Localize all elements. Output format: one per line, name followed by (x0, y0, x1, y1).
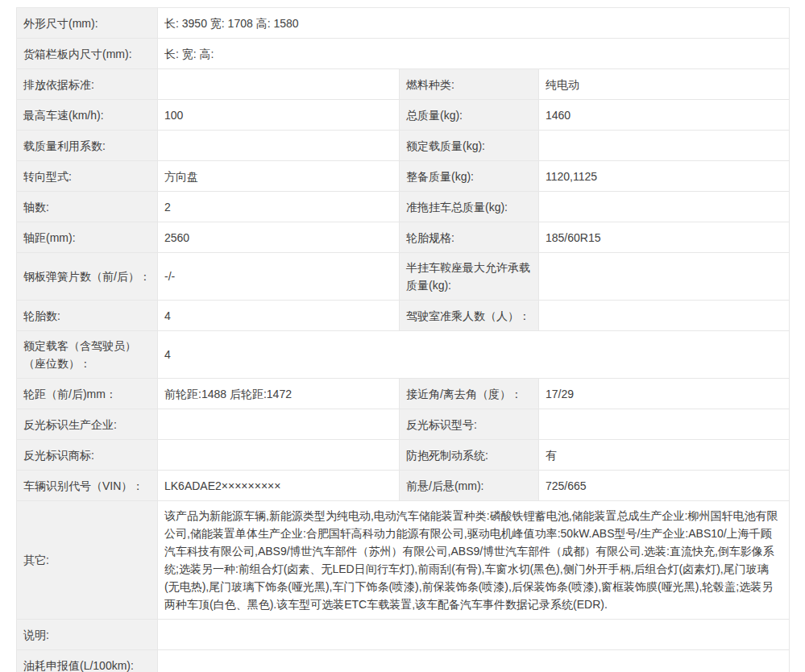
value-abs: 有 (539, 440, 790, 471)
label-mass-utilization-factor: 载质量利用系数: (17, 131, 158, 161)
label-cargo-box-inner-dimensions: 货箱栏板内尺寸(mm): (17, 39, 158, 69)
spec-row: 转向型式: 方向盘 整备质量(kg): 1120,1125 (17, 161, 790, 192)
value-tire-spec: 185/60R15 (539, 222, 790, 253)
spec-row: 最高车速(km/h): 100 总质量(kg): 1460 (17, 100, 790, 131)
spec-row: 轮距（前/后)mm： 前轮距:1488 后轮距:1472 接近角/离去角（度）：… (17, 379, 790, 409)
label-reflective-marking-manufacturer: 反光标识生产企业: (17, 409, 158, 440)
value-spring-leaf-count: -/- (158, 253, 400, 301)
value-rated-load-mass (539, 131, 790, 161)
value-track-width: 前轮距:1488 后轮距:1472 (158, 379, 400, 409)
label-steering-type: 转向型式: (17, 161, 158, 192)
spec-row: 钢板弹簧片数（前/后）： -/- 半挂车鞍座最大允许承载质量(kg): (17, 253, 790, 301)
value-fuel-type: 纯电动 (539, 69, 790, 100)
label-front-rear-overhang: 前悬/后悬(mm): (400, 471, 539, 501)
spec-row: 外形尺寸(mm): 长: 3950 宽: 1708 高: 1580 (17, 8, 790, 39)
value-vin: LK6ADAE2××××××××× (158, 471, 400, 501)
label-emission-standard: 排放依据标准: (17, 69, 158, 100)
value-reflective-marking-trademark (158, 440, 400, 471)
vehicle-spec-table: 外形尺寸(mm): 长: 3950 宽: 1708 高: 1580 货箱栏板内尺… (16, 7, 790, 672)
value-wheelbase: 2560 (158, 222, 400, 253)
vehicle-spec-page: 外形尺寸(mm): 长: 3950 宽: 1708 高: 1580 货箱栏板内尺… (0, 0, 805, 672)
spec-row: 反光标识商标: 防抱死制动系统: 有 (17, 440, 790, 471)
value-seating-capacity: 4 (158, 331, 790, 379)
label-saddle-max-load: 半挂车鞍座最大允许承载质量(kg): (400, 253, 539, 301)
label-axle-count: 轴数: (17, 192, 158, 222)
spec-row: 油耗申报值(L/100km): (17, 650, 790, 672)
label-reflective-marking-trademark: 反光标识商标: (17, 440, 158, 471)
label-spring-leaf-count: 钢板弹簧片数（前/后）： (17, 253, 158, 301)
value-fuel-consumption-declared (158, 650, 790, 672)
value-gross-mass: 1460 (539, 100, 790, 131)
label-overall-dimensions: 外形尺寸(mm): (17, 8, 158, 39)
spec-row: 车辆识别代号（VIN）： LK6ADAE2××××××××× 前悬/后悬(mm)… (17, 471, 790, 501)
label-gross-mass: 总质量(kg): (400, 100, 539, 131)
value-overall-dimensions: 长: 3950 宽: 1708 高: 1580 (158, 8, 790, 39)
label-fuel-consumption-declared: 油耗申报值(L/100km): (17, 650, 158, 672)
value-tire-count: 4 (158, 301, 400, 331)
label-fuel-type: 燃料种类: (400, 69, 539, 100)
label-rated-load-mass: 额定载质量(kg): (400, 131, 539, 161)
value-cargo-box-inner-dimensions: 长: 宽: 高: (158, 39, 790, 69)
value-approach-departure-angle: 17/29 (539, 379, 790, 409)
value-saddle-max-load (539, 253, 790, 301)
value-mass-utilization-factor (158, 131, 400, 161)
value-remarks (158, 620, 790, 650)
label-seating-capacity: 额定载客（含驾驶员）（座位数）： (17, 331, 158, 379)
label-cab-occupancy: 驾驶室准乘人数（人）： (400, 301, 539, 331)
value-axle-count: 2 (158, 192, 400, 222)
label-other: 其它: (17, 501, 158, 620)
label-max-speed: 最高车速(km/h): (17, 100, 158, 131)
spec-row: 轴数: 2 准拖挂车总质量(kg): (17, 192, 790, 222)
value-reflective-marking-model (539, 409, 790, 440)
label-tire-spec: 轮胎规格: (400, 222, 539, 253)
value-curb-mass: 1120,1125 (539, 161, 790, 192)
spec-row: 排放依据标准: 燃料种类: 纯电动 (17, 69, 790, 100)
value-steering-type: 方向盘 (158, 161, 400, 192)
label-reflective-marking-model: 反光标识型号: (400, 409, 539, 440)
label-tire-count: 轮胎数: (17, 301, 158, 331)
value-reflective-marking-manufacturer (158, 409, 400, 440)
label-curb-mass: 整备质量(kg): (400, 161, 539, 192)
value-front-rear-overhang: 725/665 (539, 471, 790, 501)
spec-row: 轮胎数: 4 驾驶室准乘人数（人）： (17, 301, 790, 331)
label-abs: 防抱死制动系统: (400, 440, 539, 471)
spec-row: 轴距(mm): 2560 轮胎规格: 185/60R15 (17, 222, 790, 253)
value-towed-trailer-mass (539, 192, 790, 222)
value-max-speed: 100 (158, 100, 400, 131)
spec-row: 反光标识生产企业: 反光标识型号: (17, 409, 790, 440)
label-towed-trailer-mass: 准拖挂车总质量(kg): (400, 192, 539, 222)
label-approach-departure-angle: 接近角/离去角（度）： (400, 379, 539, 409)
spec-row: 说明: (17, 620, 790, 650)
spec-row: 载质量利用系数: 额定载质量(kg): (17, 131, 790, 161)
value-other: 该产品为新能源车辆,新能源类型为纯电动,电动汽车储能装置种类:磷酸铁锂蓄电池,储… (158, 501, 790, 620)
value-emission-standard (158, 69, 400, 100)
label-track-width: 轮距（前/后)mm： (17, 379, 158, 409)
spec-row: 货箱栏板内尺寸(mm): 长: 宽: 高: (17, 39, 790, 69)
label-wheelbase: 轴距(mm): (17, 222, 158, 253)
value-cab-occupancy (539, 301, 790, 331)
spec-row: 其它: 该产品为新能源车辆,新能源类型为纯电动,电动汽车储能装置种类:磷酸铁锂蓄… (17, 501, 790, 620)
label-remarks: 说明: (17, 620, 158, 650)
label-vin: 车辆识别代号（VIN）： (17, 471, 158, 501)
spec-row: 额定载客（含驾驶员）（座位数）： 4 (17, 331, 790, 379)
